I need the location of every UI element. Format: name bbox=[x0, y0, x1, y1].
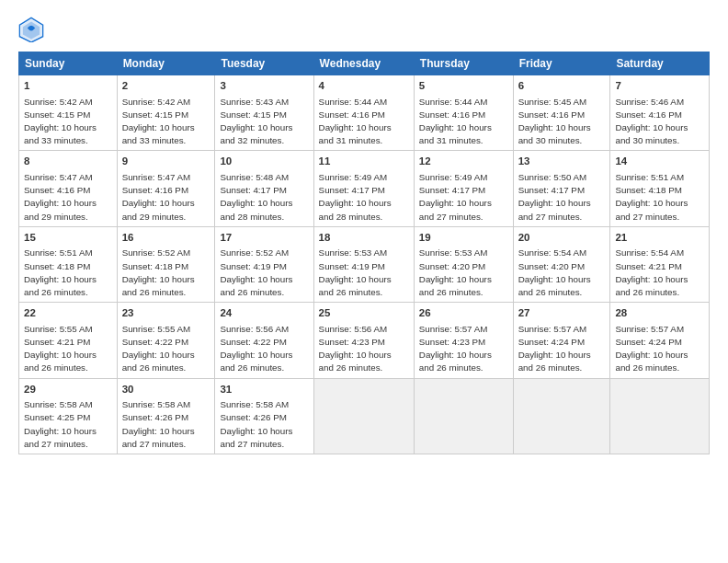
day-number: 12 bbox=[419, 155, 508, 169]
calendar-cell: 20Sunrise: 5:54 AM Sunset: 4:20 PM Dayli… bbox=[513, 226, 610, 302]
calendar-cell: 30Sunrise: 5:58 AM Sunset: 4:26 PM Dayli… bbox=[117, 378, 215, 454]
day-detail: Sunrise: 5:53 AM Sunset: 4:20 PM Dayligh… bbox=[419, 247, 492, 297]
calendar-cell: 12Sunrise: 5:49 AM Sunset: 4:17 PM Dayli… bbox=[414, 151, 513, 226]
calendar-cell: 28Sunrise: 5:57 AM Sunset: 4:24 PM Dayli… bbox=[610, 303, 710, 378]
day-detail: Sunrise: 5:43 AM Sunset: 4:15 PM Dayligh… bbox=[220, 97, 292, 146]
day-detail: Sunrise: 5:52 AM Sunset: 4:19 PM Dayligh… bbox=[220, 247, 292, 297]
calendar-week-4: 22Sunrise: 5:55 AM Sunset: 4:21 PM Dayli… bbox=[19, 303, 710, 378]
day-number: 18 bbox=[319, 231, 409, 246]
day-detail: Sunrise: 5:47 AM Sunset: 4:16 PM Dayligh… bbox=[122, 172, 195, 222]
weekday-header-wednesday: Wednesday bbox=[313, 52, 414, 75]
calendar-cell: 16Sunrise: 5:52 AM Sunset: 4:18 PM Dayli… bbox=[117, 226, 215, 302]
day-number: 26 bbox=[419, 306, 508, 321]
day-detail: Sunrise: 5:58 AM Sunset: 4:26 PM Dayligh… bbox=[122, 399, 195, 449]
calendar-cell: 5Sunrise: 5:44 AM Sunset: 4:16 PM Daylig… bbox=[414, 75, 513, 151]
day-number: 7 bbox=[615, 79, 704, 94]
weekday-header-row: SundayMondayTuesdayWednesdayThursdayFrid… bbox=[19, 52, 710, 75]
calendar-table: SundayMondayTuesdayWednesdayThursdayFrid… bbox=[18, 52, 710, 454]
day-number: 29 bbox=[24, 383, 112, 397]
calendar-cell: 24Sunrise: 5:56 AM Sunset: 4:22 PM Dayli… bbox=[215, 303, 313, 378]
calendar-cell: 4Sunrise: 5:44 AM Sunset: 4:16 PM Daylig… bbox=[313, 75, 414, 151]
calendar-cell: 25Sunrise: 5:56 AM Sunset: 4:23 PM Dayli… bbox=[313, 303, 414, 378]
day-number: 15 bbox=[24, 231, 112, 246]
calendar-week-3: 15Sunrise: 5:51 AM Sunset: 4:18 PM Dayli… bbox=[19, 226, 710, 302]
day-number: 10 bbox=[220, 155, 308, 169]
weekday-header-tuesday: Tuesday bbox=[215, 52, 313, 75]
day-detail: Sunrise: 5:46 AM Sunset: 4:16 PM Dayligh… bbox=[615, 97, 688, 146]
calendar-header: SundayMondayTuesdayWednesdayThursdayFrid… bbox=[19, 52, 710, 75]
calendar-cell: 2Sunrise: 5:42 AM Sunset: 4:15 PM Daylig… bbox=[117, 75, 215, 151]
day-detail: Sunrise: 5:51 AM Sunset: 4:18 PM Dayligh… bbox=[615, 172, 688, 222]
day-detail: Sunrise: 5:47 AM Sunset: 4:16 PM Dayligh… bbox=[24, 172, 97, 222]
header bbox=[18, 17, 710, 42]
calendar-cell: 18Sunrise: 5:53 AM Sunset: 4:19 PM Dayli… bbox=[313, 226, 414, 302]
day-number: 14 bbox=[615, 155, 704, 169]
calendar-cell bbox=[513, 378, 610, 454]
day-number: 22 bbox=[24, 306, 112, 321]
day-detail: Sunrise: 5:53 AM Sunset: 4:19 PM Dayligh… bbox=[319, 247, 392, 297]
day-number: 9 bbox=[122, 155, 210, 169]
day-number: 19 bbox=[419, 231, 508, 246]
calendar-cell: 9Sunrise: 5:47 AM Sunset: 4:16 PM Daylig… bbox=[117, 151, 215, 226]
day-number: 20 bbox=[518, 231, 606, 246]
day-detail: Sunrise: 5:51 AM Sunset: 4:18 PM Dayligh… bbox=[24, 247, 97, 297]
day-detail: Sunrise: 5:58 AM Sunset: 4:25 PM Dayligh… bbox=[24, 399, 97, 449]
calendar-cell: 14Sunrise: 5:51 AM Sunset: 4:18 PM Dayli… bbox=[610, 151, 710, 226]
logo bbox=[18, 17, 46, 42]
calendar-cell: 17Sunrise: 5:52 AM Sunset: 4:19 PM Dayli… bbox=[215, 226, 313, 302]
weekday-header-sunday: Sunday bbox=[19, 52, 118, 75]
day-number: 21 bbox=[615, 231, 704, 246]
calendar-cell: 23Sunrise: 5:55 AM Sunset: 4:22 PM Dayli… bbox=[117, 303, 215, 378]
day-number: 11 bbox=[319, 155, 409, 169]
day-number: 16 bbox=[122, 231, 210, 246]
day-detail: Sunrise: 5:49 AM Sunset: 4:17 PM Dayligh… bbox=[319, 172, 392, 222]
weekday-header-monday: Monday bbox=[117, 52, 215, 75]
calendar-cell: 19Sunrise: 5:53 AM Sunset: 4:20 PM Dayli… bbox=[414, 226, 513, 302]
calendar-cell: 26Sunrise: 5:57 AM Sunset: 4:23 PM Dayli… bbox=[414, 303, 513, 378]
day-number: 8 bbox=[24, 155, 112, 169]
weekday-header-friday: Friday bbox=[513, 52, 610, 75]
day-number: 13 bbox=[518, 155, 606, 169]
day-detail: Sunrise: 5:55 AM Sunset: 4:22 PM Dayligh… bbox=[122, 324, 195, 373]
day-number: 31 bbox=[220, 383, 308, 397]
day-number: 1 bbox=[24, 79, 112, 94]
calendar-cell: 8Sunrise: 5:47 AM Sunset: 4:16 PM Daylig… bbox=[19, 151, 118, 226]
day-detail: Sunrise: 5:44 AM Sunset: 4:16 PM Dayligh… bbox=[419, 97, 492, 146]
day-detail: Sunrise: 5:54 AM Sunset: 4:21 PM Dayligh… bbox=[615, 247, 688, 297]
calendar-cell: 13Sunrise: 5:50 AM Sunset: 4:17 PM Dayli… bbox=[513, 151, 610, 226]
day-detail: Sunrise: 5:50 AM Sunset: 4:17 PM Dayligh… bbox=[518, 172, 591, 222]
day-detail: Sunrise: 5:48 AM Sunset: 4:17 PM Dayligh… bbox=[220, 172, 292, 222]
day-number: 28 bbox=[615, 306, 704, 321]
day-detail: Sunrise: 5:56 AM Sunset: 4:23 PM Dayligh… bbox=[319, 324, 392, 373]
day-detail: Sunrise: 5:57 AM Sunset: 4:23 PM Dayligh… bbox=[419, 324, 492, 373]
day-detail: Sunrise: 5:54 AM Sunset: 4:20 PM Dayligh… bbox=[518, 247, 591, 297]
day-detail: Sunrise: 5:42 AM Sunset: 4:15 PM Dayligh… bbox=[24, 97, 97, 146]
day-number: 24 bbox=[220, 306, 308, 321]
weekday-header-saturday: Saturday bbox=[610, 52, 710, 75]
day-number: 2 bbox=[122, 79, 210, 94]
calendar-cell bbox=[414, 378, 513, 454]
calendar-cell: 3Sunrise: 5:43 AM Sunset: 4:15 PM Daylig… bbox=[215, 75, 313, 151]
calendar-cell: 11Sunrise: 5:49 AM Sunset: 4:17 PM Dayli… bbox=[313, 151, 414, 226]
calendar-cell: 21Sunrise: 5:54 AM Sunset: 4:21 PM Dayli… bbox=[610, 226, 710, 302]
calendar-cell: 22Sunrise: 5:55 AM Sunset: 4:21 PM Dayli… bbox=[19, 303, 118, 378]
day-number: 5 bbox=[419, 79, 508, 94]
day-detail: Sunrise: 5:45 AM Sunset: 4:16 PM Dayligh… bbox=[518, 97, 591, 146]
calendar-cell: 15Sunrise: 5:51 AM Sunset: 4:18 PM Dayli… bbox=[19, 226, 118, 302]
day-detail: Sunrise: 5:56 AM Sunset: 4:22 PM Dayligh… bbox=[220, 324, 292, 373]
calendar-body: 1Sunrise: 5:42 AM Sunset: 4:15 PM Daylig… bbox=[19, 75, 710, 454]
calendar-cell bbox=[610, 378, 710, 454]
day-detail: Sunrise: 5:58 AM Sunset: 4:26 PM Dayligh… bbox=[220, 399, 292, 449]
page: SundayMondayTuesdayWednesdayThursdayFrid… bbox=[0, 0, 728, 563]
day-number: 23 bbox=[122, 306, 210, 321]
day-detail: Sunrise: 5:57 AM Sunset: 4:24 PM Dayligh… bbox=[615, 324, 688, 373]
day-detail: Sunrise: 5:44 AM Sunset: 4:16 PM Dayligh… bbox=[319, 97, 392, 146]
calendar-week-5: 29Sunrise: 5:58 AM Sunset: 4:25 PM Dayli… bbox=[19, 378, 710, 454]
day-number: 30 bbox=[122, 383, 210, 397]
calendar-cell: 7Sunrise: 5:46 AM Sunset: 4:16 PM Daylig… bbox=[610, 75, 710, 151]
day-detail: Sunrise: 5:57 AM Sunset: 4:24 PM Dayligh… bbox=[518, 324, 591, 373]
logo-icon bbox=[18, 17, 44, 42]
day-number: 25 bbox=[319, 306, 409, 321]
calendar-cell: 29Sunrise: 5:58 AM Sunset: 4:25 PM Dayli… bbox=[19, 378, 118, 454]
day-number: 4 bbox=[319, 79, 409, 94]
